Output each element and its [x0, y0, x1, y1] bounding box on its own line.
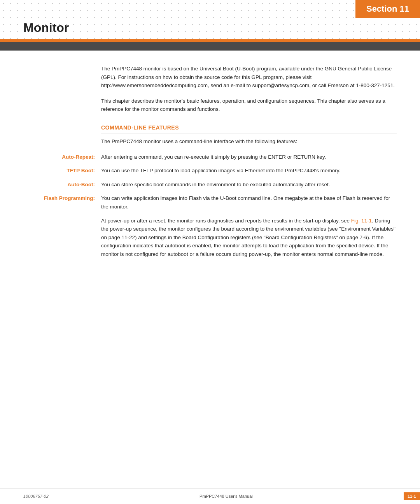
footer-right: 11-1: [404, 492, 420, 500]
def-body-auto-repeat: After entering a command, you can re-exe…: [101, 153, 397, 161]
def-entry-tftp-boot: TFTP Boot: You can use the TFTP protocol…: [23, 166, 397, 175]
intro-para2: This chapter describes the monitor's bas…: [101, 97, 397, 114]
footer-page-number: 11-1: [404, 492, 420, 500]
def-body-tftp-boot: You can use the TFTP protocol to load ap…: [101, 166, 397, 175]
dark-divider: [0, 42, 420, 51]
def-desc-3: You can write application images into Fl…: [101, 195, 390, 210]
intro-para1: The PmPPC7448 monitor is based on the Un…: [101, 65, 397, 90]
def-term-auto-repeat: Auto-Repeat:: [23, 153, 101, 161]
def-term-tftp-boot: TFTP Boot:: [23, 166, 101, 175]
def-desc-1: You can use the TFTP protocol to load ap…: [101, 168, 340, 173]
header: Section 11 Monitor: [0, 0, 420, 39]
term-label-2: Auto-Boot:: [68, 182, 95, 187]
body-text-before-link: At power-up or after a reset, the monito…: [101, 218, 351, 224]
def-term-auto-boot: Auto-Boot:: [23, 180, 101, 189]
page-title-text: Monitor: [23, 21, 69, 35]
def-term-flash-prog: Flash Programming:: [23, 194, 101, 211]
features-intro: The PmPPC7448 monitor uses a command-lin…: [101, 137, 397, 146]
def-body-auto-boot: You can store specific boot commands in …: [101, 180, 397, 189]
def-desc-2: You can store specific boot commands in …: [101, 182, 330, 187]
page-title: Monitor: [23, 21, 69, 35]
definition-list: Auto-Repeat: After entering a command, y…: [23, 153, 397, 264]
def-desc-0: After entering a command, you can re-exe…: [101, 154, 326, 160]
footer-manual-title: PmPPC7448 User's Manual: [200, 494, 253, 499]
footer-doc-number: 10006757-02: [0, 494, 49, 499]
command-line-heading: COMMAND-LINE FEATURES: [101, 124, 397, 133]
def-body-flash-prog: You can write application images into Fl…: [101, 194, 397, 211]
content-wrapper: The PmPPC7448 monitor is based on the Un…: [0, 51, 420, 295]
section-label: Section 11: [366, 4, 409, 14]
def-entry-flash-prog: Flash Programming: You can write applica…: [23, 194, 397, 211]
term-label-3: Flash Programming:: [44, 195, 95, 201]
body-para-with-link: At power-up or after a reset, the monito…: [101, 217, 397, 259]
def-entry-body: At power-up or after a reset, the monito…: [23, 217, 397, 259]
orange-divider: [0, 39, 420, 42]
section-badge: Section 11: [355, 0, 420, 18]
def-label-empty: [23, 217, 101, 259]
term-label-1: TFTP Boot:: [67, 168, 95, 173]
def-entry-auto-boot: Auto-Boot: You can store specific boot c…: [23, 180, 397, 189]
fig-link[interactable]: Fig. 11-1: [351, 218, 372, 224]
term-label-0: Auto-Repeat:: [62, 154, 95, 160]
footer: 10006757-02 PmPPC7448 User's Manual 11-1: [0, 488, 420, 504]
main-text-column: The PmPPC7448 monitor is based on the Un…: [101, 65, 397, 151]
def-entry-auto-repeat: Auto-Repeat: After entering a command, y…: [23, 153, 397, 161]
